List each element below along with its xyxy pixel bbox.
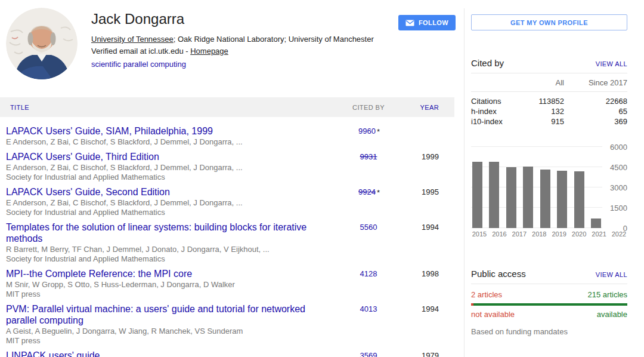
publication-venue: Society for Industrial and Applied Mathe… xyxy=(6,173,328,181)
pub-cited-link-0[interactable]: 9960 xyxy=(358,127,376,136)
publication-title-link[interactable]: PVM: Parallel virtual machine: a users' … xyxy=(6,303,328,326)
pub-cited-link-2[interactable]: 9924 xyxy=(358,187,376,196)
publication-authors: E Anderson, Z Bai, C Bischof, S Blackfor… xyxy=(6,164,328,172)
h-index-since: 65 xyxy=(564,106,627,116)
follow-button[interactable]: FOLLOW xyxy=(398,15,456,30)
pub-cited-link-1[interactable]: 9931 xyxy=(360,152,377,161)
col-header-all: All xyxy=(519,78,564,87)
citations-all: 113852 xyxy=(519,96,564,106)
pub-cited-link-4[interactable]: 4128 xyxy=(360,269,377,278)
progress-bar-green-segment xyxy=(473,303,627,306)
sort-by-year[interactable]: YEAR xyxy=(397,104,454,111)
publication-title-link[interactable]: Templates for the solution of linear sys… xyxy=(6,221,328,244)
publication-year: 1998 xyxy=(397,268,454,298)
citations-per-year-chart: 01500300045006000 2015201620172018201920… xyxy=(471,147,627,238)
chart-bar-2017[interactable] xyxy=(506,167,516,228)
cited-by-view-all-link[interactable]: VIEW ALL xyxy=(596,60,627,67)
publication-row: LINPACK users' guide JJ Dongarra, CB Mol… xyxy=(0,346,454,357)
publication-row: PVM: Parallel virtual machine: a users' … xyxy=(0,300,454,346)
sidebar: GET MY OWN PROFILE Cited by VIEW ALL All… xyxy=(471,0,627,357)
profile-interests: scientific parallel computing xyxy=(91,59,389,70)
i10-index-all: 915 xyxy=(519,116,564,127)
vertical-divider xyxy=(464,8,465,357)
i10-index-label: i10-index xyxy=(471,116,519,127)
chart-bar-2018[interactable] xyxy=(523,167,533,228)
publication-authors: M Snir, W Gropp, S Otto, S Huss-Lederman… xyxy=(6,281,328,289)
y-tick-0: 0 xyxy=(623,224,627,233)
chart-bar-2020[interactable] xyxy=(557,171,567,228)
publication-year xyxy=(397,125,454,146)
h-index-all: 132 xyxy=(519,106,564,116)
profile-photo-image xyxy=(6,8,78,79)
public-access-progress-bar xyxy=(471,303,627,306)
h-index-label: h-index xyxy=(471,106,519,116)
sort-by-title[interactable]: TITLE xyxy=(0,104,340,111)
merged-citations-star: * xyxy=(377,127,380,136)
available-count-link[interactable]: 215 articles xyxy=(588,290,627,299)
funding-mandates-note: Based on funding mandates xyxy=(471,327,627,336)
cited-by-section: Cited by VIEW ALL All Since 2017 Citatio… xyxy=(471,58,627,131)
publication-row: Templates for the solution of linear sys… xyxy=(0,218,454,264)
not-available-count-link[interactable]: 2 articles xyxy=(471,290,502,299)
publication-title-link[interactable]: LINPACK users' guide xyxy=(6,350,100,357)
citations-since: 22668 xyxy=(564,96,627,106)
profile-photo[interactable] xyxy=(6,8,78,79)
x-tick-2020: 2020 xyxy=(571,230,587,238)
publication-authors: E Anderson, Z Bai, C Bischof, S Blackfor… xyxy=(6,199,328,207)
y-tick-6000: 6000 xyxy=(610,143,627,152)
publication-title-link[interactable]: LAPACK Users' Guide, Third Edition xyxy=(6,151,159,162)
pub-cited-link-6[interactable]: 3569 xyxy=(360,351,377,357)
publication-authors: R Barrett, M Berry, TF Chan, J Demmel, J… xyxy=(6,245,328,254)
publication-year: 1994 xyxy=(397,303,454,345)
envelope-icon xyxy=(405,20,414,26)
chart-bar-2022[interactable] xyxy=(591,218,601,228)
interest-link[interactable]: scientific parallel computing xyxy=(91,60,186,69)
publications-header: TITLE CITED BY YEAR xyxy=(0,97,454,117)
publication-venue: MIT press xyxy=(6,290,328,298)
publications-list: LAPACK Users' Guide, SIAM, Philadelphia,… xyxy=(0,117,454,357)
x-tick-2015: 2015 xyxy=(471,230,488,238)
publication-venue: Society for Industrial and Applied Mathe… xyxy=(6,208,328,217)
publication-venue: Society for Industrial and Applied Mathe… xyxy=(6,255,328,263)
x-tick-2017: 2017 xyxy=(511,230,528,238)
pub-cited-link-3[interactable]: 5560 xyxy=(360,223,377,232)
publication-title-link[interactable]: MPI--the Complete Reference: the MPI cor… xyxy=(6,268,192,279)
affiliation-link[interactable]: University of Tennessee xyxy=(91,35,174,44)
chart-bar-2015[interactable] xyxy=(472,162,482,228)
chart-y-axis: 01500300045006000 xyxy=(602,147,627,228)
public-access-section: Public access VIEW ALL 2 articles 215 ar… xyxy=(471,269,627,336)
publication-row: LAPACK Users' Guide, Third Edition E And… xyxy=(0,147,454,183)
chart-bar-2021[interactable] xyxy=(574,171,584,228)
affiliation-rest: ; Oak Ridge National Laboratory; Univers… xyxy=(174,35,374,44)
publication-year: 1995 xyxy=(397,186,454,217)
pub-cited-link-5[interactable]: 4013 xyxy=(360,304,377,313)
publication-year: 1979 xyxy=(397,350,454,357)
publication-year: 1999 xyxy=(397,151,454,181)
publication-title-link[interactable]: LAPACK Users' Guide, SIAM, Philadelphia,… xyxy=(6,125,213,137)
profile-name: Jack Dongarra xyxy=(91,11,389,27)
homepage-link[interactable]: Homepage xyxy=(190,47,228,56)
available-label: available xyxy=(597,310,627,319)
merged-citations-star: * xyxy=(377,188,380,197)
publication-row: MPI--the Complete Reference: the MPI cor… xyxy=(0,264,454,300)
get-my-own-profile-button[interactable]: GET MY OWN PROFILE xyxy=(471,14,627,30)
publication-year: 1994 xyxy=(397,221,454,263)
profile-affiliation: University of Tennessee; Oak Ridge Natio… xyxy=(91,34,389,45)
chart-plot-area xyxy=(471,147,602,228)
verified-email: Verified email at icl.utk.edu - Homepage xyxy=(91,46,389,57)
x-tick-2018: 2018 xyxy=(531,230,547,238)
y-tick-3000: 3000 xyxy=(610,183,627,192)
chart-bars xyxy=(472,147,601,228)
x-tick-2021: 2021 xyxy=(591,230,608,238)
i10-index-row: i10-index 915 369 xyxy=(471,116,627,127)
chart-bar-2016[interactable] xyxy=(489,162,499,228)
citations-row: Citations 113852 22668 xyxy=(471,96,627,106)
publication-row: LAPACK Users' Guide, SIAM, Philadelphia,… xyxy=(0,122,454,147)
not-available-label: not available xyxy=(471,310,515,319)
publication-title-link[interactable]: LAPACK Users' Guide, Second Edition xyxy=(6,186,170,198)
citations-label: Citations xyxy=(471,96,519,106)
public-access-view-all-link[interactable]: VIEW ALL xyxy=(596,271,627,278)
publication-authors: A Geist, A Beguelin, J Dongarra, W Jiang… xyxy=(6,327,328,336)
public-access-title: Public access xyxy=(471,269,526,279)
chart-bar-2019[interactable] xyxy=(540,170,550,228)
